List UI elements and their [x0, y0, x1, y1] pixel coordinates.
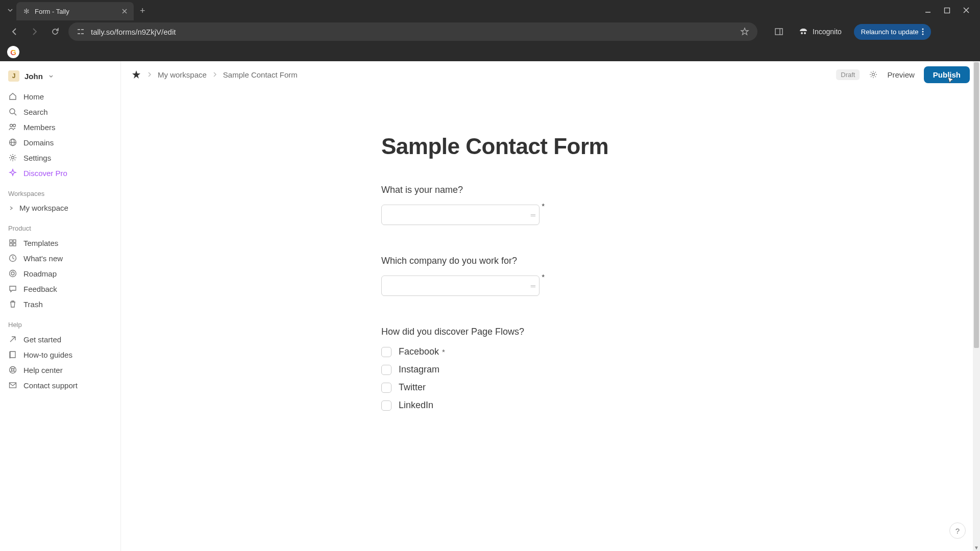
tab-close-icon[interactable]	[121, 8, 128, 14]
minimize-icon[interactable]	[924, 7, 932, 14]
svg-point-15	[12, 157, 14, 159]
checkbox-label: Twitter	[399, 382, 426, 393]
sidebar-item-trash[interactable]: Trash	[0, 296, 120, 312]
sidebar-item-label: Roadmap	[23, 269, 57, 278]
back-button[interactable]	[7, 27, 21, 36]
sidebar-item-label: Members	[23, 123, 56, 132]
tally-logo-icon[interactable]	[131, 69, 141, 80]
sidebar-item-settings[interactable]: Settings	[0, 150, 120, 165]
new-tab-button[interactable]: +	[134, 6, 152, 16]
nav-bar: tally.so/forms/n9ZkjV/edit Incognito Rel…	[0, 20, 980, 43]
svg-point-21	[10, 270, 16, 277]
sidebar-item-roadmap[interactable]: Roadmap	[0, 266, 120, 281]
question-label[interactable]: How did you discover Page Flows?	[381, 327, 739, 337]
tab-dropdown-button[interactable]	[4, 3, 16, 17]
google-bookmark-icon[interactable]: G	[7, 46, 19, 58]
checkbox-option[interactable]: LinkedIn	[381, 400, 739, 411]
scrollbar[interactable]: ▲ ▼	[973, 61, 980, 551]
sidebar-item-search[interactable]: Search	[0, 104, 120, 119]
section-product: Product	[0, 215, 120, 235]
sidebar-item-contact-support[interactable]: Contact support	[0, 378, 120, 393]
form-canvas[interactable]: Sample Contact Form What is your name? ═…	[121, 88, 980, 551]
question-block: Which company do you work for? ═ *	[381, 256, 739, 296]
maximize-icon[interactable]	[944, 7, 950, 14]
sidebar-item-label: Settings	[23, 154, 51, 162]
breadcrumb-form[interactable]: Sample Contact Form	[223, 70, 298, 79]
sidebar-item-label: Home	[23, 92, 44, 101]
tab-title: Form - Tally	[35, 8, 117, 15]
globe-icon	[8, 138, 17, 147]
relaunch-button[interactable]: Relaunch to update	[854, 24, 931, 40]
question-block: What is your name? ═ *	[381, 185, 739, 225]
more-icon	[922, 28, 924, 35]
forward-button[interactable]	[28, 27, 42, 36]
chevron-right-icon	[8, 205, 14, 211]
drag-handle-icon[interactable]: ═	[531, 282, 534, 290]
svg-rect-25	[10, 383, 16, 388]
sidebar-item-whats-new[interactable]: What's new	[0, 251, 120, 266]
required-star-icon: *	[542, 272, 545, 281]
site-settings-icon[interactable]	[77, 28, 85, 36]
checkbox[interactable]	[381, 383, 391, 393]
svg-point-26	[872, 73, 875, 76]
sidebar-item-members[interactable]: Members	[0, 119, 120, 135]
checkbox-label: Instagram	[399, 364, 439, 375]
svg-rect-4	[81, 33, 84, 34]
incognito-badge[interactable]: Incognito	[793, 24, 847, 39]
checkbox-option[interactable]: Instagram	[381, 364, 739, 375]
bookmark-star-icon[interactable]	[740, 27, 749, 36]
url-bar[interactable]: tally.so/forms/n9ZkjV/edit	[68, 22, 757, 41]
preview-button[interactable]: Preview	[887, 70, 914, 79]
topbar: My workspace Sample Contact Form Draft P…	[121, 61, 980, 88]
close-window-icon[interactable]	[963, 7, 970, 14]
sidebar-item-templates[interactable]: Templates	[0, 235, 120, 251]
target-icon	[8, 269, 17, 278]
user-menu[interactable]: J John	[0, 68, 120, 89]
required-star-icon: *	[542, 202, 545, 210]
arrow-icon	[8, 335, 17, 344]
checkbox-option[interactable]: Facebook*	[381, 346, 739, 357]
reload-button[interactable]	[48, 27, 62, 36]
checkbox[interactable]	[381, 347, 391, 357]
sidebar-item-help-center[interactable]: Help center	[0, 362, 120, 378]
publish-button[interactable]: Publish	[924, 66, 970, 83]
url-text: tally.so/forms/n9ZkjV/edit	[91, 28, 734, 36]
sidebar-item-guides[interactable]: How-to guides	[0, 347, 120, 362]
username: John	[24, 72, 43, 81]
browser-tab[interactable]: ✻ Form - Tally	[16, 2, 134, 20]
sidebar-item-get-started[interactable]: Get started	[0, 332, 120, 347]
checkbox-option[interactable]: Twitter	[381, 382, 739, 393]
help-fab-button[interactable]: ?	[949, 522, 966, 539]
side-panel-icon[interactable]	[772, 27, 786, 36]
sidebar-item-home[interactable]: Home	[0, 89, 120, 104]
svg-rect-2	[81, 29, 84, 30]
window-controls	[924, 0, 980, 20]
scroll-down-icon[interactable]: ▼	[973, 544, 980, 551]
workspace-name: My workspace	[19, 204, 68, 212]
sidebar-item-label: How-to guides	[23, 350, 72, 359]
workspace-item[interactable]: My workspace	[0, 201, 120, 215]
name-field[interactable]	[381, 205, 540, 225]
form-title[interactable]: Sample Contact Form	[381, 134, 739, 159]
browser-chrome: ✻ Form - Tally + tally.so/forms/n9ZkjV/e…	[0, 0, 980, 61]
question-label[interactable]: What is your name?	[381, 185, 739, 195]
sidebar-item-discover-pro[interactable]: Discover Pro	[0, 165, 120, 181]
form-area: Sample Contact Form What is your name? ═…	[381, 134, 739, 411]
browser-right-controls: Incognito Relaunch to update	[772, 24, 931, 40]
svg-rect-0	[945, 8, 950, 13]
drag-handle-icon[interactable]: ═	[531, 211, 534, 219]
checkbox[interactable]	[381, 400, 391, 411]
question-label[interactable]: Which company do you work for?	[381, 256, 739, 266]
svg-point-9	[922, 34, 923, 35]
scrollbar-thumb[interactable]	[974, 62, 979, 348]
svg-point-7	[922, 29, 923, 30]
checkbox[interactable]	[381, 365, 391, 375]
breadcrumb-workspace[interactable]: My workspace	[158, 70, 207, 79]
company-field[interactable]	[381, 276, 540, 296]
app-root: J John Home Search Members Domains Setti…	[0, 61, 980, 551]
svg-rect-19	[13, 243, 16, 246]
svg-rect-16	[10, 240, 12, 242]
sidebar-item-domains[interactable]: Domains	[0, 135, 120, 150]
form-settings-button[interactable]	[869, 70, 878, 79]
sidebar-item-feedback[interactable]: Feedback	[0, 281, 120, 296]
